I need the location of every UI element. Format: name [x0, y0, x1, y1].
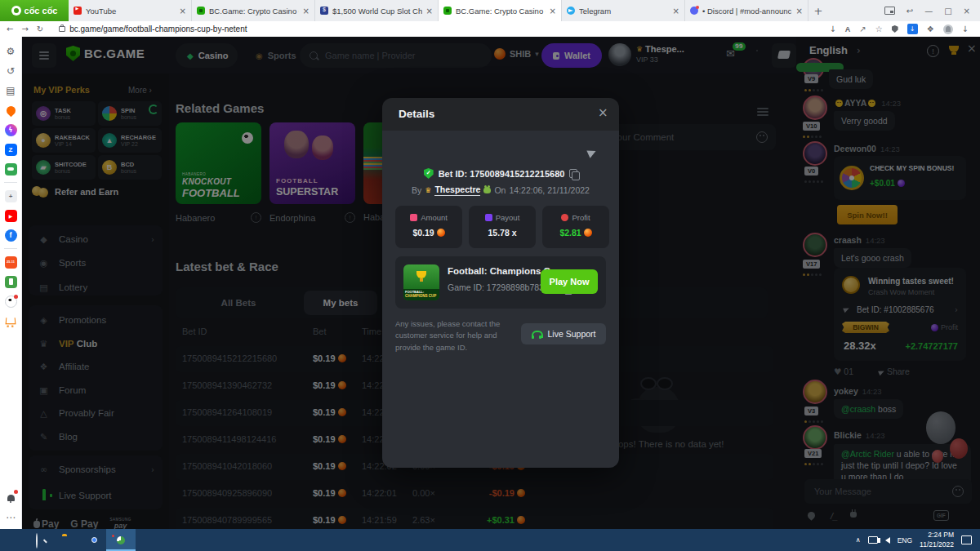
- browser-tab-bcgame-active[interactable]: BC.Game: Crypto Casino Gam×: [439, 0, 562, 21]
- hidden-icons-chevron[interactable]: ∧: [856, 536, 861, 544]
- hot-news-flame-icon[interactable]: [4, 104, 17, 117]
- bet-author-link[interactable]: Thespectre: [434, 184, 480, 196]
- tab-close-icon[interactable]: ×: [796, 7, 803, 16]
- language-indicator[interactable]: ENG: [898, 536, 912, 544]
- browser-tab-bcgame-1[interactable]: BC.Game: Crypto Casino Gam×: [192, 0, 315, 21]
- coccoc-brand[interactable]: cốc cốc: [0, 0, 69, 21]
- download-manager-icon[interactable]: ↓: [907, 24, 918, 34]
- bcgame-favicon: [443, 7, 452, 15]
- share-bet-icon[interactable]: [586, 147, 597, 158]
- stat-amount: Amount $0.19: [395, 206, 462, 248]
- shopping-cart-icon[interactable]: [4, 314, 17, 327]
- shib-coin-icon: [437, 229, 445, 237]
- youtube-shortcut-icon[interactable]: ▶: [4, 209, 17, 222]
- bet-datetime: 14:22:06, 21/11/2022: [509, 185, 589, 195]
- new-tab-button[interactable]: +: [808, 0, 828, 21]
- modal-title: Details: [399, 108, 434, 120]
- tab-close-icon[interactable]: ×: [303, 7, 310, 16]
- coccoc-brand-label: cốc cốc: [24, 6, 58, 16]
- amount-icon: [410, 214, 417, 221]
- modal-header: Details ×: [382, 98, 619, 131]
- add-shortcut-icon[interactable]: +: [4, 189, 17, 202]
- windows-taskbar: ∧ ENG 2:24 PM11/21/2022: [0, 529, 980, 551]
- battery-saver-icon[interactable]: [4, 275, 17, 288]
- support-note-row: Any issues, please contact the customer …: [395, 318, 606, 353]
- stat-payout: Payout 15.78 x: [469, 206, 536, 248]
- coccoc-icon: [11, 6, 21, 16]
- bet-details-modal: Details × ✓ Bet ID: 1750089415212215680 …: [382, 98, 619, 468]
- back-button[interactable]: ←: [7, 24, 13, 33]
- browser-tab-bar: cốc cốc YouTube× BC.Game: Crypto Casino …: [0, 0, 980, 21]
- payout-icon: [485, 214, 492, 221]
- ssl-lock-icon[interactable]: [59, 26, 65, 32]
- bcgame-page: BC.GAME ◆Casino ◉Sports SHIB ▾ Wallet ♛T…: [22, 37, 980, 529]
- translate-icon[interactable]: A: [845, 25, 851, 33]
- browser-tab-discord[interactable]: • Discord | #mod-announc×: [685, 0, 808, 21]
- taskbar-clock[interactable]: 2:24 PM11/21/2022: [920, 531, 954, 549]
- session-restore-icon[interactable]: ↩: [906, 7, 913, 16]
- copy-icon[interactable]: [569, 169, 577, 178]
- save-page-icon[interactable]: ↓: [829, 24, 835, 33]
- zalo-icon[interactable]: Z: [4, 143, 17, 156]
- browser-profile-avatar[interactable]: [943, 24, 953, 34]
- tab-close-icon[interactable]: ×: [426, 7, 433, 16]
- browser-tab-telegram[interactable]: Telegram×: [562, 0, 685, 21]
- window-minimize-button[interactable]: —: [924, 7, 933, 16]
- taskbar-search-icon[interactable]: [36, 534, 38, 549]
- bet-id-text: Bet ID: 1750089415212215680: [439, 169, 565, 179]
- volume-icon[interactable]: [885, 537, 890, 544]
- url-text[interactable]: bc.game/game/football-champions-cup-by-n…: [69, 24, 247, 33]
- action-center-icon[interactable]: [961, 535, 972, 544]
- headphones-icon: [532, 331, 543, 338]
- tab-search-icon[interactable]: [884, 7, 895, 15]
- notification-bell-icon[interactable]: [4, 491, 17, 504]
- games-icon[interactable]: [4, 162, 17, 176]
- game-card: FOOTBALL:CHAMPIONS CUP Football: Champio…: [395, 256, 606, 309]
- bet-id-row: ✓ Bet ID: 1750089415212215680: [382, 168, 619, 179]
- tab-close-icon[interactable]: ×: [550, 7, 556, 16]
- settings-gear-icon[interactable]: ⚙: [4, 45, 17, 58]
- window-close-button[interactable]: ×: [964, 7, 970, 16]
- coccoc-vertical-toolbar: ⚙ ↺ ▤ ϟ Z + ▶ f 25.11 ⋯: [0, 37, 22, 529]
- tab-close-icon[interactable]: ×: [673, 7, 679, 16]
- play-now-button[interactable]: Play Now: [541, 269, 598, 294]
- discord-favicon: [690, 7, 698, 15]
- facebook-shortcut-icon[interactable]: f: [4, 229, 17, 242]
- frog-emoji: [483, 187, 491, 193]
- history-icon[interactable]: ↺: [4, 64, 17, 78]
- reload-button[interactable]: ↻: [37, 24, 43, 33]
- tab-close-icon[interactable]: ×: [180, 7, 186, 16]
- network-icon[interactable]: [868, 536, 878, 544]
- forward-button[interactable]: →: [21, 24, 28, 33]
- sale-bag-icon[interactable]: 25.11: [4, 256, 17, 269]
- browser-tab-slot-challenge[interactable]: $1,500 World Cup Slot Challe×: [315, 0, 439, 21]
- telegram-favicon: [567, 7, 575, 15]
- game-thumbnail[interactable]: FOOTBALL:CHAMPIONS CUP: [403, 264, 439, 300]
- vip-medal-icon: ♛: [425, 186, 431, 194]
- sidebar-more-icon[interactable]: ⋯: [4, 511, 17, 524]
- browser-address-bar: ← → ↻ bc.game/game/football-champions-cu…: [0, 21, 980, 38]
- extensions-icon[interactable]: ❖: [927, 24, 934, 33]
- verified-shield-icon: ✓: [424, 168, 434, 179]
- newsfeed-icon[interactable]: ▤: [4, 84, 17, 97]
- support-note: Any issues, please contact the customer …: [395, 318, 518, 353]
- bcgame-favicon: [197, 7, 205, 15]
- profit-icon: [561, 214, 568, 221]
- bet-author-row: By ♛ Thespectre On 14:22:06, 21/11/2022: [382, 184, 619, 196]
- bookmark-star-icon[interactable]: ☆: [875, 24, 883, 33]
- modal-body: ✓ Bet ID: 1750089415212215680 By ♛ Thesp…: [382, 131, 619, 468]
- stat-profit: Profit $2.81: [542, 206, 609, 248]
- live-support-button[interactable]: Live Support: [521, 323, 606, 344]
- share-icon[interactable]: ↗: [859, 24, 866, 33]
- adblock-shield-icon[interactable]: [892, 25, 898, 33]
- challenge-favicon: [320, 7, 328, 15]
- messenger-icon[interactable]: ϟ: [4, 123, 17, 136]
- trophy-icon: [416, 271, 426, 278]
- downloads-icon[interactable]: ↓: [962, 24, 969, 33]
- browser-tab-youtube[interactable]: YouTube×: [69, 0, 192, 21]
- shib-coin-icon: [584, 229, 592, 237]
- window-maximize-button[interactable]: □: [944, 7, 951, 16]
- bet-stats: Amount $0.19 Payout 15.78 x Profit $2.81: [395, 206, 609, 248]
- modal-close-icon[interactable]: ×: [598, 105, 608, 120]
- worldcup-football-icon[interactable]: [4, 295, 17, 308]
